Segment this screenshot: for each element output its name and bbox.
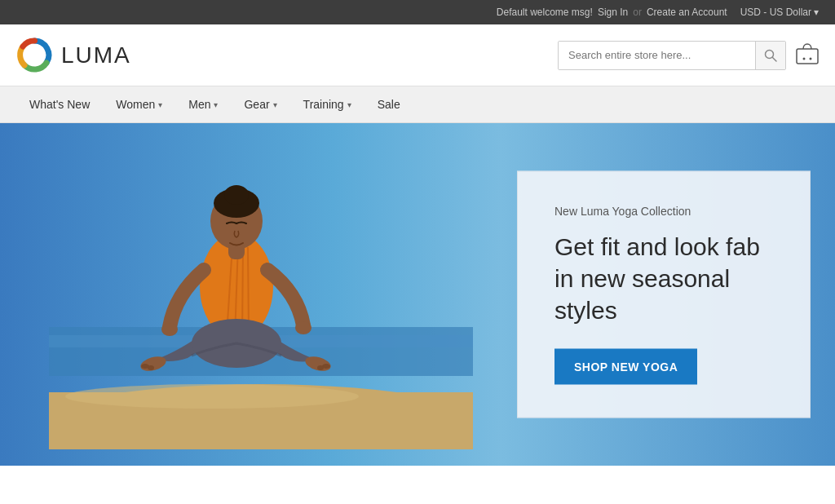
create-account-link[interactable]: Create an Account bbox=[647, 7, 727, 18]
hero-banner: New Luma Yoga Collection Get fit and loo… bbox=[0, 123, 835, 466]
svg-rect-3 bbox=[797, 49, 818, 64]
chevron-down-icon: ▾ bbox=[347, 100, 351, 109]
chevron-down-icon: ▾ bbox=[214, 100, 218, 109]
svg-point-4 bbox=[803, 57, 806, 60]
svg-point-20 bbox=[161, 323, 178, 336]
yoga-person-illustration bbox=[49, 123, 473, 449]
top-bar: Default welcome msg! Sign In or Create a… bbox=[0, 0, 835, 24]
svg-line-2 bbox=[773, 57, 777, 61]
search-input[interactable] bbox=[559, 42, 755, 69]
chevron-down-icon: ▾ bbox=[814, 7, 819, 18]
svg-point-18 bbox=[224, 185, 249, 205]
nav-item-gear[interactable]: Gear ▾ bbox=[231, 86, 289, 122]
header-actions bbox=[558, 41, 819, 70]
currency-selector[interactable]: USD - US Dollar ▾ bbox=[740, 7, 819, 18]
svg-point-21 bbox=[295, 321, 311, 334]
nav-item-sale[interactable]: Sale bbox=[364, 86, 413, 122]
search-bar bbox=[558, 41, 786, 70]
logo-link[interactable]: LUMA bbox=[16, 37, 131, 73]
chevron-down-icon: ▾ bbox=[158, 100, 162, 109]
welcome-message: Default welcome msg! bbox=[497, 7, 593, 18]
signin-link[interactable]: Sign In bbox=[598, 7, 628, 18]
nav-item-whats-new[interactable]: What's New bbox=[16, 86, 103, 122]
svg-point-10 bbox=[65, 384, 359, 409]
svg-point-5 bbox=[810, 57, 812, 60]
search-button[interactable] bbox=[755, 42, 785, 69]
promo-subtitle: New Luma Yoga Collection bbox=[554, 205, 773, 218]
nav-item-men[interactable]: Men ▾ bbox=[175, 86, 231, 122]
site-header: LUMA bbox=[0, 24, 835, 86]
cart-icon bbox=[796, 42, 819, 65]
main-nav: What's New Women ▾ Men ▾ Gear ▾ Training… bbox=[0, 86, 835, 123]
promo-title: Get fit and look fab in new seasonal sty… bbox=[554, 231, 773, 326]
svg-point-26 bbox=[148, 365, 154, 370]
separator: or bbox=[633, 7, 642, 18]
luma-logo-icon bbox=[16, 37, 53, 73]
nav-item-women[interactable]: Women ▾ bbox=[103, 86, 175, 122]
cart-button[interactable] bbox=[796, 42, 819, 69]
promo-card: New Luma Yoga Collection Get fit and loo… bbox=[517, 171, 811, 418]
shop-new-yoga-button[interactable]: Shop New Yoga bbox=[554, 349, 697, 385]
chevron-down-icon: ▾ bbox=[273, 100, 277, 109]
nav-item-training[interactable]: Training ▾ bbox=[290, 86, 364, 122]
search-icon bbox=[764, 49, 777, 62]
svg-point-28 bbox=[317, 365, 324, 370]
logo-text: LUMA bbox=[61, 42, 131, 69]
